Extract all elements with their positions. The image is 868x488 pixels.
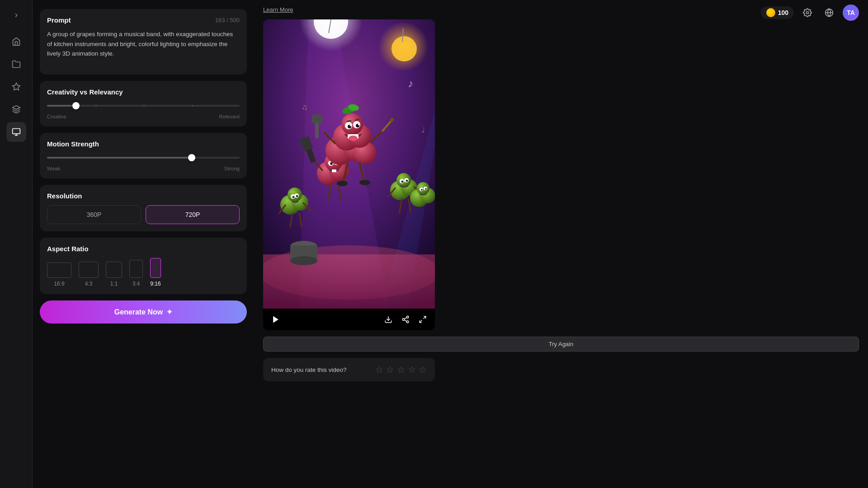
motion-slider-track[interactable] xyxy=(47,157,240,159)
prompt-card: Prompt 163 / 500 A group of grapes formi… xyxy=(40,9,247,75)
ar-item-3-4[interactable]: 3:4 xyxy=(129,260,143,287)
resolution-card: Resolution 360P 720P xyxy=(40,185,247,231)
motion-title: Motion Strength xyxy=(47,140,99,148)
sidebar-item-home[interactable] xyxy=(6,32,26,52)
svg-text:♩: ♩ xyxy=(421,126,425,134)
rating-question: How do you rate this video? xyxy=(271,366,347,373)
fullscreen-button[interactable] xyxy=(418,314,428,324)
svg-point-95 xyxy=(406,316,409,319)
ar-item-9-16[interactable]: 9:16 xyxy=(150,258,161,287)
svg-rect-66 xyxy=(311,114,322,123)
main-content: Prompt 163 / 500 A group of grapes formi… xyxy=(33,0,868,488)
coin-count: 100 xyxy=(778,9,788,16)
star-3[interactable]: ☆ xyxy=(397,364,405,375)
sidebar-item-layers[interactable] xyxy=(6,99,26,119)
sidebar-item-folder[interactable] xyxy=(6,54,26,74)
prompt-input[interactable]: A group of grapes forming a musical band… xyxy=(47,29,240,66)
coin-badge: 100 xyxy=(761,6,794,19)
svg-point-25 xyxy=(296,195,298,197)
star-2[interactable]: ☆ xyxy=(386,364,394,375)
svg-line-99 xyxy=(404,318,406,319)
svg-point-56 xyxy=(358,124,359,126)
creativity-slider-fill xyxy=(47,105,76,107)
creativity-slider-track[interactable] xyxy=(47,105,240,107)
motion-slider-thumb[interactable] xyxy=(188,154,195,161)
creativity-slider-thumb[interactable] xyxy=(72,102,80,109)
coin-icon xyxy=(766,8,775,17)
creativity-tick-2 xyxy=(143,105,145,107)
resolution-720p-btn[interactable]: 720P xyxy=(146,205,240,224)
try-again-button[interactable]: Try Again xyxy=(263,337,859,352)
video-container: ♪ ♫ ♩ xyxy=(263,19,435,330)
left-panel: Prompt 163 / 500 A group of grapes formi… xyxy=(33,0,254,488)
svg-point-14 xyxy=(392,36,417,61)
motion-header: Motion Strength xyxy=(47,140,240,148)
aspect-ratio-header: Aspect Ratio xyxy=(47,245,240,253)
video-controls-left xyxy=(270,314,281,325)
ar-box-3-4 xyxy=(129,260,143,278)
video-controls-right xyxy=(383,314,428,324)
svg-rect-5 xyxy=(12,129,20,134)
aspect-ratio-grid: 16:9 4:3 1:1 3:4 9:16 xyxy=(47,258,240,287)
svg-point-61 xyxy=(337,181,348,186)
ar-label-3-4: 3:4 xyxy=(132,281,140,287)
star-1[interactable]: ☆ xyxy=(375,364,383,375)
svg-point-58 xyxy=(349,136,358,141)
share-button[interactable] xyxy=(401,314,410,324)
svg-rect-37 xyxy=(332,169,336,172)
svg-point-82 xyxy=(417,182,429,195)
resolution-buttons: 360P 720P xyxy=(47,205,240,224)
svg-point-24 xyxy=(292,196,295,198)
svg-line-101 xyxy=(420,320,422,323)
svg-point-89 xyxy=(290,256,317,265)
globe-icon[interactable] xyxy=(821,5,837,21)
top-bar: 100 TA xyxy=(752,0,868,25)
svg-marker-3 xyxy=(12,83,20,90)
rating-stars: ☆ ☆ ☆ ☆ ☆ xyxy=(375,364,427,375)
resolution-header: Resolution xyxy=(47,192,240,200)
svg-text:♫: ♫ xyxy=(302,103,308,112)
sidebar-collapse-btn[interactable] xyxy=(6,5,26,25)
star-4[interactable]: ☆ xyxy=(408,364,416,375)
generate-label: Generate Now xyxy=(114,308,163,316)
ar-label-9-16: 9:16 xyxy=(150,281,160,287)
aspect-ratio-card: Aspect Ratio 16:9 4:3 1:1 3:4 xyxy=(40,238,247,294)
motion-label-right: Strong xyxy=(224,166,240,171)
sidebar-item-effects[interactable] xyxy=(6,77,26,97)
prompt-header: Prompt 163 / 500 xyxy=(47,16,240,24)
svg-line-100 xyxy=(424,316,426,319)
motion-tick-2 xyxy=(143,157,145,159)
resolution-360p-btn[interactable]: 360P xyxy=(47,205,141,224)
svg-line-98 xyxy=(404,320,406,321)
svg-point-96 xyxy=(402,319,405,321)
download-button[interactable] xyxy=(383,314,393,324)
ar-label-4-3: 4:3 xyxy=(85,281,93,287)
sidebar-item-video-editor[interactable] xyxy=(6,122,26,142)
ar-item-4-3[interactable]: 4:3 xyxy=(79,262,99,287)
play-button[interactable] xyxy=(270,314,281,325)
svg-point-68 xyxy=(390,118,394,122)
motion-card: Motion Strength Weak Strong xyxy=(40,133,247,178)
ar-item-16-9[interactable]: 16:9 xyxy=(47,263,71,287)
aspect-ratio-title: Aspect Ratio xyxy=(47,245,89,253)
motion-slider-section: Weak Strong xyxy=(47,153,240,171)
star-5[interactable]: ☆ xyxy=(419,364,427,375)
motion-slider-labels: Weak Strong xyxy=(47,166,240,171)
generate-now-button[interactable]: Generate Now ✦ xyxy=(40,300,247,324)
creativity-slider-section: Creative Relevant xyxy=(47,101,240,119)
svg-marker-93 xyxy=(273,316,278,323)
grape-scene-svg: ♪ ♫ ♩ xyxy=(263,19,435,309)
ar-box-9-16 xyxy=(150,258,161,278)
creativity-tick-1 xyxy=(95,105,97,107)
creativity-title: Creativity vs Relevancy xyxy=(47,88,123,96)
settings-icon[interactable] xyxy=(799,5,816,21)
svg-point-86 xyxy=(425,188,427,190)
svg-rect-18 xyxy=(263,254,435,309)
sidebar xyxy=(0,0,33,488)
motion-tick-1 xyxy=(95,157,97,159)
creativity-label-left: Creative xyxy=(47,114,66,119)
creativity-tick-3 xyxy=(192,105,193,107)
svg-point-0 xyxy=(807,12,809,14)
avatar[interactable]: TA xyxy=(843,5,859,21)
ar-item-1-1[interactable]: 1:1 xyxy=(106,262,122,287)
